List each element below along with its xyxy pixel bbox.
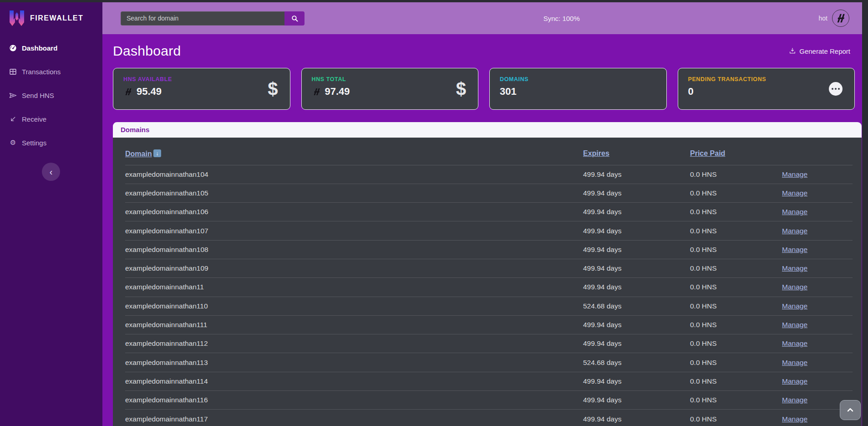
sidebar-item-label: Dashboard <box>22 44 57 52</box>
window-right-strip <box>862 0 868 426</box>
table-row: exampledomainnathan110 524.68 days 0.0 H… <box>125 297 853 316</box>
domain-price-paid: 0.0 HNS <box>690 321 782 329</box>
manage-link[interactable]: Manage <box>782 283 853 291</box>
ellipsis-menu-button[interactable] <box>829 82 843 96</box>
card-label: HNS TOTAL <box>312 76 468 82</box>
table-row: exampledomainnathan106 499.94 days 0.0 H… <box>125 203 853 221</box>
domain-name: exampledomainnathan114 <box>125 377 583 385</box>
domain-price-paid: 0.0 HNS <box>690 377 782 385</box>
manage-link[interactable]: Manage <box>782 339 853 348</box>
card-value: 301 <box>500 86 517 98</box>
card-label: HNS AVAILABLE <box>123 76 280 82</box>
table-row: exampledomainnathan113 524.68 days 0.0 H… <box>125 353 853 372</box>
domain-name: exampledomainnathan111 <box>125 321 583 329</box>
table-row: exampledomainnathan117 499.94 days 0.0 H… <box>125 410 853 426</box>
domain-name: exampledomainnathan105 <box>125 189 583 197</box>
card-hns-available: HNS AVAILABLE 95.49 $ <box>113 68 290 110</box>
manage-link[interactable]: Manage <box>782 208 853 216</box>
table-row: exampledomainnathan116 499.94 days 0.0 H… <box>125 391 853 410</box>
card-pending-transactions: PENDING TRANSACTIONS 0 <box>678 68 855 110</box>
search-icon <box>291 15 299 22</box>
column-header-domain[interactable]: Domain↓ <box>125 149 583 158</box>
card-label: DOMAINS <box>500 76 656 82</box>
domain-price-paid: 0.0 HNS <box>690 302 782 310</box>
domain-name: exampledomainnathan107 <box>125 227 583 235</box>
domain-expires: 499.94 days <box>583 396 690 404</box>
domain-expires: 499.94 days <box>583 339 690 348</box>
brand-name: FIREWALLET <box>30 14 83 22</box>
column-header-price-paid[interactable]: Price Paid <box>690 149 782 158</box>
scroll-to-top-button[interactable] <box>840 400 861 420</box>
domains-table-header-row: Domain↓ Expires Price Paid <box>125 138 853 165</box>
table-row: exampledomainnathan114 499.94 days 0.0 H… <box>125 372 853 391</box>
arrow-down-left-icon <box>9 115 17 123</box>
domain-expires: 499.94 days <box>583 208 690 216</box>
domain-price-paid: 0.0 HNS <box>690 415 782 423</box>
sidebar-nav: Dashboard Transactions Send HNS <box>0 36 102 154</box>
paper-plane-icon <box>9 92 17 99</box>
sidebar-item-receive[interactable]: Receive <box>0 107 102 131</box>
table-row: exampledomainnathan107 499.94 days 0.0 H… <box>125 221 853 240</box>
domains-table: Domain↓ Expires Price Paid exampledomain… <box>113 138 862 426</box>
brand-logo-row: FIREWALLET <box>0 2 102 32</box>
manage-link[interactable]: Manage <box>782 170 853 179</box>
dollar-icon: $ <box>456 80 466 98</box>
table-row: exampledomainnathan105 499.94 days 0.0 H… <box>125 184 853 203</box>
domain-expires: 499.94 days <box>583 415 690 423</box>
ellipsis-icon <box>829 82 843 96</box>
sidebar-item-settings[interactable]: ⚙ Settings <box>0 131 102 154</box>
manage-link[interactable]: Manage <box>782 264 853 272</box>
domain-expires: 524.68 days <box>583 359 690 367</box>
gear-icon: ⚙ <box>9 139 17 147</box>
firewallet-logo-icon <box>9 10 25 27</box>
hns-glyph-icon <box>123 87 133 97</box>
table-row: exampledomainnathan104 499.94 days 0.0 H… <box>125 165 853 184</box>
search-button[interactable] <box>284 11 305 26</box>
manage-link[interactable]: Manage <box>782 359 853 367</box>
download-icon <box>789 47 796 55</box>
domains-table-body: exampledomainnathan104 499.94 days 0.0 H… <box>125 165 853 426</box>
manage-link[interactable]: Manage <box>782 246 853 254</box>
sidebar-collapse-button[interactable]: ‹ <box>42 163 60 181</box>
manage-link[interactable]: Manage <box>782 227 853 235</box>
chevron-left-icon: ‹ <box>50 167 53 177</box>
manage-link[interactable]: Manage <box>782 321 853 329</box>
domain-name: exampledomainnathan110 <box>125 302 583 310</box>
card-hns-total: HNS TOTAL 97.49 $ <box>301 68 479 110</box>
window-top-strip <box>0 0 868 2</box>
wallet-area[interactable]: hot <box>819 10 849 27</box>
sidebar-item-send-hns[interactable]: Send HNS <box>0 83 102 107</box>
sidebar-item-label: Transactions <box>22 68 61 76</box>
domain-price-paid: 0.0 HNS <box>690 227 782 235</box>
domain-expires: 499.94 days <box>583 377 690 385</box>
domain-search-input[interactable] <box>121 11 284 26</box>
generate-report-button[interactable]: Generate Report <box>789 47 850 55</box>
domain-expires: 499.94 days <box>583 227 690 235</box>
domain-price-paid: 0.0 HNS <box>690 396 782 404</box>
card-value: 0 <box>688 86 694 98</box>
domain-name: exampledomainnathan106 <box>125 208 583 216</box>
sidebar-item-transactions[interactable]: Transactions <box>0 60 102 83</box>
sidebar-item-label: Settings <box>22 139 46 147</box>
card-label: PENDING TRANSACTIONS <box>688 76 845 82</box>
manage-link[interactable]: Manage <box>782 377 853 385</box>
column-header-expires[interactable]: Expires <box>583 149 690 158</box>
domain-price-paid: 0.0 HNS <box>690 359 782 367</box>
chevron-up-icon <box>846 405 855 415</box>
sidebar: FIREWALLET Dashboard Tran <box>0 2 102 426</box>
manage-link[interactable]: Manage <box>782 189 853 197</box>
domain-name: exampledomainnathan117 <box>125 415 583 423</box>
sidebar-item-dashboard[interactable]: Dashboard <box>0 36 102 60</box>
dollar-icon: $ <box>268 80 278 98</box>
handshake-logo-icon <box>832 10 849 27</box>
domains-panel-header: Domains <box>113 122 862 138</box>
domain-name: exampledomainnathan11 <box>125 283 583 291</box>
stat-cards: HNS AVAILABLE 95.49 $ HNS TOTAL <box>113 68 855 110</box>
domain-expires: 499.94 days <box>583 264 690 272</box>
page-title: Dashboard <box>113 43 181 59</box>
domain-expires: 499.94 days <box>583 246 690 254</box>
main-content: Dashboard Generate Report HNS AVAILABLE <box>102 34 862 426</box>
manage-link[interactable]: Manage <box>782 302 853 310</box>
domain-expires: 499.94 days <box>583 283 690 291</box>
domain-price-paid: 0.0 HNS <box>690 283 782 291</box>
